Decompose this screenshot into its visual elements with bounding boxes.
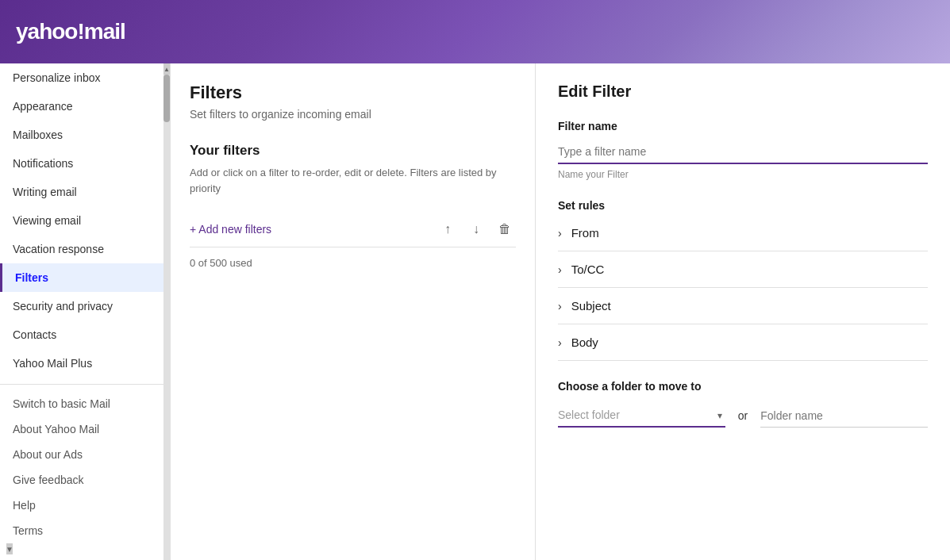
filter-name-label: Filter name: [558, 120, 928, 132]
sidebar-item-contacts[interactable]: Contacts: [0, 320, 170, 349]
sidebar-item-help[interactable]: Help: [0, 493, 170, 518]
body-rule-chevron: ›: [558, 336, 562, 349]
filters-title: Filters: [190, 82, 516, 103]
sidebar-item-personalize-inbox[interactable]: Personalize inbox: [0, 63, 170, 92]
body-rule-row[interactable]: › Body: [558, 324, 928, 361]
sidebar-item-appearance[interactable]: Appearance: [0, 92, 170, 121]
sidebar-item-about-yahoo-mail[interactable]: About Yahoo Mail: [0, 416, 170, 442]
from-rule-chevron: ›: [558, 227, 562, 240]
from-rule-label: From: [571, 226, 599, 240]
sidebar-item-writing-email[interactable]: Writing email: [0, 178, 170, 206]
set-rules-label: Set rules: [558, 199, 928, 212]
sidebar-divider: [0, 384, 170, 385]
subject-rule-row[interactable]: › Subject: [558, 288, 928, 324]
app-header: yahoo!mail: [0, 0, 950, 63]
add-new-filters-button[interactable]: + Add new filters: [190, 223, 271, 236]
body-rule-label: Body: [571, 336, 598, 349]
sidebar-item-give-feedback[interactable]: Give feedback: [0, 467, 170, 493]
scroll-down-arrow[interactable]: ▼: [6, 543, 13, 554]
your-filters-heading: Your filters: [190, 143, 516, 159]
filter-name-hint: Name your Filter: [558, 169, 928, 180]
filters-subtitle: Set filters to organize incoming email: [190, 108, 516, 121]
filters-panel: Filters Set filters to organize incoming…: [171, 63, 536, 560]
scroll-up-arrow[interactable]: ▲: [163, 63, 170, 75]
folder-name-input[interactable]: [760, 405, 928, 428]
filters-toolbar: + Add new filters ↑ ↓ 🗑: [190, 212, 516, 247]
toolbar-icons: ↑ ↓ 🗑: [437, 218, 516, 240]
edit-filter-title: Edit Filter: [558, 82, 928, 101]
folder-row: Select folder Inbox Spam Trash ▾ or: [558, 404, 928, 428]
yahoo-mail-logo: yahoo!mail: [16, 19, 125, 44]
sidebar-item-yahoo-mail-plus[interactable]: Yahoo Mail Plus: [0, 349, 170, 378]
tocc-rule-label: To/CC: [571, 263, 605, 276]
content-area: Filters Set filters to organize incoming…: [171, 63, 950, 560]
sidebar-item-mailboxes[interactable]: Mailboxes: [0, 121, 170, 149]
filter-name-input[interactable]: [558, 140, 928, 164]
sidebar-scrollbar[interactable]: ▲: [163, 63, 170, 560]
move-up-button[interactable]: ↑: [437, 218, 459, 240]
from-rule-row[interactable]: › From: [558, 215, 928, 251]
subject-rule-chevron: ›: [558, 300, 562, 313]
select-folder-dropdown[interactable]: Select folder Inbox Spam Trash: [558, 404, 725, 428]
main-layout: ▲ Personalize inbox Appearance Mailboxes…: [0, 63, 950, 560]
select-folder-wrapper: Select folder Inbox Spam Trash ▾: [558, 404, 725, 428]
edit-filter-panel: Edit Filter Filter name Name your Filter…: [536, 63, 950, 560]
sidebar-item-switch-to-basic-mail[interactable]: Switch to basic Mail: [0, 391, 170, 416]
sidebar-item-vacation-response[interactable]: Vacation response: [0, 235, 170, 263]
sidebar-item-viewing-email[interactable]: Viewing email: [0, 206, 170, 235]
delete-filter-button[interactable]: 🗑: [494, 218, 516, 240]
sidebar-item-terms[interactable]: Terms: [0, 518, 170, 543]
sidebar-item-about-our-ads[interactable]: About our Ads: [0, 442, 170, 467]
sidebar: ▲ Personalize inbox Appearance Mailboxes…: [0, 63, 171, 560]
sidebar-item-filters[interactable]: Filters: [0, 263, 170, 292]
choose-folder-label: Choose a folder to move to: [558, 380, 928, 393]
your-filters-desc: Add or click on a filter to re-order, ed…: [190, 165, 516, 196]
filters-used-count: 0 of 500 used: [190, 257, 516, 269]
sidebar-item-security-and-privacy[interactable]: Security and privacy: [0, 292, 170, 320]
move-down-button[interactable]: ↓: [465, 218, 487, 240]
subject-rule-label: Subject: [571, 299, 611, 313]
tocc-rule-chevron: ›: [558, 263, 562, 276]
or-text: or: [738, 409, 748, 422]
scrollbar-thumb[interactable]: [163, 75, 170, 122]
tocc-rule-row[interactable]: › To/CC: [558, 251, 928, 288]
sidebar-item-notifications[interactable]: Notifications: [0, 149, 170, 178]
